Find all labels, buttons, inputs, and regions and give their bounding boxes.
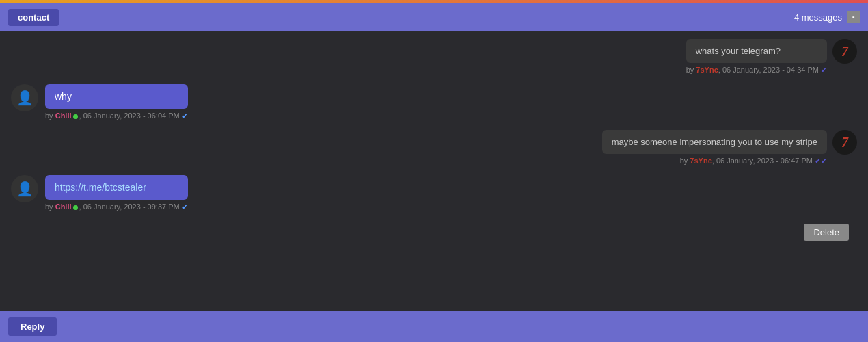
msg-content-1: whats your telegram? by 7sYnc, 06 Januar… bbox=[686, 39, 827, 75]
delete-row: Delete bbox=[11, 221, 857, 244]
reply-tab[interactable]: Reply bbox=[8, 317, 57, 336]
avatar-left-2: 👤 bbox=[11, 84, 38, 111]
avatar-right-1: 7 bbox=[832, 39, 857, 64]
delete-button[interactable]: Delete bbox=[804, 224, 849, 241]
meta-4: by Chill, 06 January, 2023 - 09:37 PM ✔ bbox=[45, 202, 188, 211]
header-right: 4 messages ▪ bbox=[794, 11, 860, 23]
ghost-icon-4: 👤 bbox=[16, 181, 33, 197]
msg-content-2: why by Chill, 06 January, 2023 - 06:04 P… bbox=[45, 84, 188, 120]
reply-bar: Reply bbox=[0, 311, 868, 342]
header: contact 4 messages ▪ bbox=[0, 3, 868, 31]
by-label-3: by bbox=[680, 157, 690, 165]
meta-2: by Chill, 06 January, 2023 - 06:04 PM ✔ bbox=[45, 111, 188, 120]
by-label-4: by bbox=[45, 202, 55, 211]
message-row-4: 👤 https://t.me/btcstealer by Chill, 06 J… bbox=[11, 175, 857, 211]
meta-3: by 7sYnc, 06 January, 2023 - 06:47 PM ✔✔ bbox=[602, 157, 827, 166]
bubble-4: https://t.me/btcstealer bbox=[45, 175, 188, 200]
bubble-3: maybe someone impersonating you to use m… bbox=[602, 130, 827, 154]
contact-tab[interactable]: contact bbox=[8, 9, 59, 26]
online-dot-4 bbox=[73, 205, 78, 210]
message-row-3: maybe someone impersonating you to use m… bbox=[11, 130, 857, 166]
msg-content-3: maybe someone impersonating you to use m… bbox=[602, 130, 827, 166]
chat-area: whats your telegram? by 7sYnc, 06 Januar… bbox=[0, 31, 868, 311]
messages-count: 4 messages bbox=[794, 12, 842, 23]
username-1: 7sYnc bbox=[696, 66, 718, 74]
bubble-2: why bbox=[45, 84, 188, 109]
checkmark-2: ✔ bbox=[182, 111, 188, 120]
message-row-2: 👤 why by Chill, 06 January, 2023 - 06:04… bbox=[11, 84, 857, 120]
date-2: , 06 January, 2023 - 06:04 PM bbox=[79, 111, 182, 120]
avatar-left-4: 👤 bbox=[11, 175, 38, 202]
checkmark-3: ✔✔ bbox=[815, 157, 827, 165]
username-2: Chill bbox=[55, 111, 72, 120]
date-1: , 06 January, 2023 - 04:34 PM bbox=[718, 66, 821, 74]
online-dot-2 bbox=[73, 114, 78, 119]
by-label-1: by bbox=[686, 66, 696, 74]
checkmark-4: ✔ bbox=[182, 202, 188, 211]
by-label-2: by bbox=[45, 111, 55, 120]
close-icon[interactable]: ▪ bbox=[847, 11, 860, 23]
date-4: , 06 January, 2023 - 09:37 PM bbox=[79, 202, 182, 211]
link-4[interactable]: https://t.me/btcstealer bbox=[55, 182, 146, 193]
checkmark-1: ✔ bbox=[821, 66, 827, 74]
bubble-1: whats your telegram? bbox=[686, 39, 827, 63]
username-3: 7sYnc bbox=[690, 157, 711, 165]
message-row-1: whats your telegram? by 7sYnc, 06 Januar… bbox=[11, 39, 857, 75]
msg-content-4: https://t.me/btcstealer by Chill, 06 Jan… bbox=[45, 175, 188, 211]
ghost-icon-2: 👤 bbox=[16, 90, 33, 106]
avatar-right-3: 7 bbox=[832, 130, 857, 155]
meta-1: by 7sYnc, 06 January, 2023 - 04:34 PM ✔ bbox=[686, 66, 827, 75]
username-4: Chill bbox=[55, 202, 72, 211]
date-3: , 06 January, 2023 - 06:47 PM bbox=[712, 157, 815, 165]
